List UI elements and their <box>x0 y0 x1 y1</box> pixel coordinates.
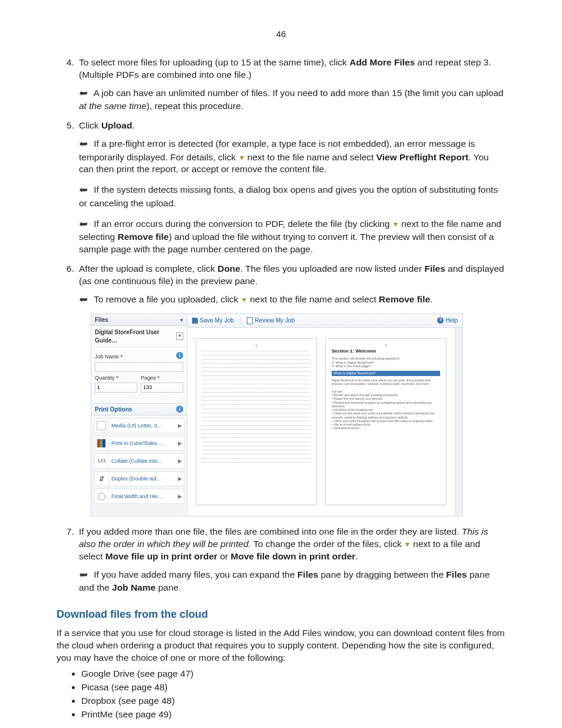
note-arrow-icon <box>79 219 91 229</box>
save-icon <box>192 318 198 324</box>
print-option-collate[interactable]: 1 2 3 Collate (Collate into… ▶ <box>94 453 184 469</box>
save-job-button[interactable]: Save My Job <box>192 317 234 325</box>
chevron-right-icon: ▶ <box>176 422 184 429</box>
info-icon[interactable]: i <box>176 352 183 359</box>
preview-section-title: Section 1: Welcome <box>332 348 440 354</box>
help-button[interactable]: ? Help <box>437 317 458 325</box>
step5-note1: If a pre-flight error is detected (for e… <box>79 137 505 176</box>
pages-label: Pages <box>141 374 183 381</box>
step-4: To select more files for uploading (up t… <box>77 57 505 113</box>
step-7: If you added more than one file, the fil… <box>77 526 505 594</box>
page-number: 46 <box>57 28 505 40</box>
print-options-header[interactable]: Print Options i <box>91 403 187 416</box>
media-icon <box>97 421 106 430</box>
dropdown-icon <box>392 219 399 229</box>
collate-icon: 1 2 3 <box>98 458 105 465</box>
note-arrow-icon <box>79 139 91 149</box>
step5-note2: If the system detects missing fonts, a d… <box>79 183 505 209</box>
left-panel: Files ▾ Digital StoreFront User Guide… ▾… <box>91 314 187 516</box>
scrollbar[interactable] <box>455 328 462 516</box>
file-row[interactable]: Digital StoreFront User Guide… ▾ <box>91 326 187 347</box>
review-job-button[interactable]: Review My Job <box>247 317 295 325</box>
list-item: Dropbox (see page 48) <box>81 695 505 707</box>
file-name-label: Digital StoreFront User Guide… <box>95 328 176 344</box>
list-item: Picasa (see page 48) <box>81 681 505 694</box>
info-icon[interactable]: i <box>176 406 183 413</box>
list-item: Google Drive (see page 47) <box>81 668 505 680</box>
help-icon: ? <box>437 317 444 324</box>
step7-note: If you have added many files, you can ex… <box>79 568 505 594</box>
step6-note: To remove a file you uploaded, click nex… <box>79 292 505 307</box>
cloud-services-list: Google Drive (see page 47) Picasa (see p… <box>57 668 505 721</box>
quantity-label: Quantity <box>95 374 137 381</box>
list-item: PrintMe (see page 49) <box>81 709 505 721</box>
section-body: If a service that you use for cloud stor… <box>57 627 505 664</box>
note-arrow-icon <box>79 569 91 579</box>
job-name-label: Job Name <box>95 353 123 360</box>
print-option-duplex[interactable]: ⇵ Duplex (Double-sid… ▶ <box>94 471 184 486</box>
app-screenshot: Files ▾ Digital StoreFront User Guide… ▾… <box>91 314 463 516</box>
preview-page-1: 1 <box>196 338 317 505</box>
duplex-icon: ⇵ <box>99 475 104 483</box>
step-5: Click Upload. If a pre-flight error is d… <box>77 120 505 255</box>
step5-note3: If an error occurs during the conversion… <box>79 217 505 256</box>
note-arrow-icon <box>79 294 91 304</box>
print-option-media[interactable]: Media (US Letter, 3… ▶ <box>94 418 184 433</box>
quantity-input[interactable] <box>95 383 137 393</box>
chevron-right-icon: ▶ <box>176 440 184 447</box>
note-arrow-icon <box>79 88 91 98</box>
chevron-down-icon[interactable]: ▾ <box>180 317 183 324</box>
pages-input[interactable] <box>141 383 183 393</box>
print-option-size[interactable]: Final Width and Hei… ▶ <box>94 489 184 504</box>
preview-page-2: 2 Section 1: Welcome This section will a… <box>325 338 447 505</box>
size-icon <box>98 493 105 500</box>
step4-note: A job can have an unlimited number of fi… <box>79 86 505 113</box>
job-name-input[interactable] <box>95 362 183 372</box>
section-heading: Download files from the cloud <box>57 607 505 621</box>
dropdown-icon <box>241 294 247 304</box>
color-icon <box>97 439 105 447</box>
chevron-right-icon: ▶ <box>176 475 184 482</box>
file-menu-icon[interactable]: ▾ <box>176 332 183 340</box>
files-pane-header[interactable]: Files ▾ <box>91 314 187 327</box>
dropdown-icon <box>404 539 411 549</box>
document-icon <box>247 317 253 324</box>
step-6: After the upload is complete, click Done… <box>77 263 505 516</box>
preview-area: 1 2 Section 1: Welc <box>187 328 455 516</box>
dropdown-icon <box>239 152 245 162</box>
note-arrow-icon <box>79 185 91 195</box>
chevron-right-icon: ▶ <box>176 457 184 465</box>
toolbar: Save My Job | Review My Job ? Help <box>187 314 462 328</box>
chevron-right-icon: ▶ <box>176 493 184 500</box>
step4-text: To select more files for uploading (up t… <box>79 57 491 80</box>
print-option-color[interactable]: Print In Color/Sides … ▶ <box>94 436 184 451</box>
preview-blue-bar: What is Digital StoreFront? <box>332 371 440 376</box>
